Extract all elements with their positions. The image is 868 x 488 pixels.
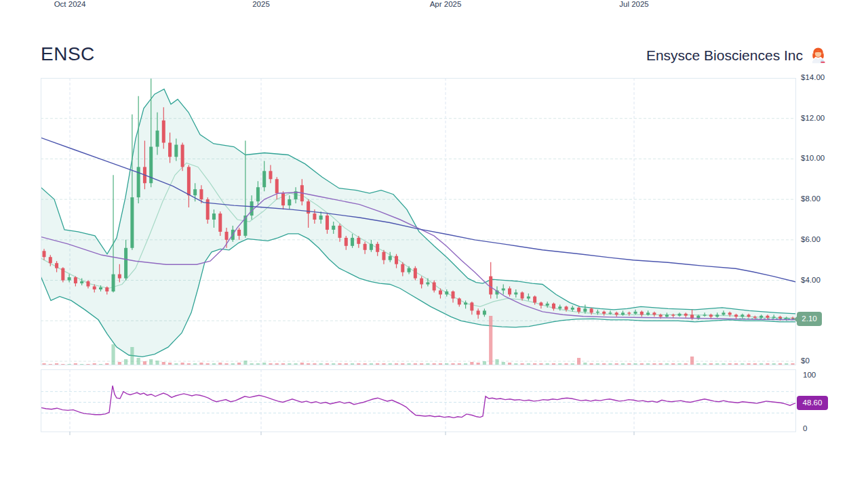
rsi-panel-canvas[interactable] [41,369,796,437]
price-axis-label: $6.00 [801,235,821,243]
date-axis-label: Oct 2024 [54,0,86,8]
price-axis-label: $4.00 [801,276,821,284]
price-axis-label: $10.00 [801,154,825,162]
last-price-badge: 2.10 [797,312,822,326]
rsi-value-badge: 48.60 [797,396,828,410]
date-axis-label: 2025 [252,0,270,8]
company-header: Ensysce Biosciences Inc [646,46,827,64]
price-axis-label: $8.00 [801,195,821,203]
price-chart-canvas[interactable] [41,78,796,366]
rsi-axis-label: 100 [803,371,816,379]
price-axis-label: $0 [801,357,810,365]
woman-scientist-emoji [809,46,827,64]
ticker-symbol: ENSC [41,43,95,65]
date-axis-label: Jul 2025 [619,0,648,8]
date-axis-label: Apr 2025 [430,0,462,8]
price-axis-label: $14.00 [801,73,825,81]
stock-chart-page: ENSC Ensysce Biosciences Inc $14.00$12.0… [0,0,868,488]
rsi-axis-label: 0 [803,424,807,432]
company-name: Ensysce Biosciences Inc [646,47,803,64]
price-axis-label: $12.00 [801,114,825,122]
